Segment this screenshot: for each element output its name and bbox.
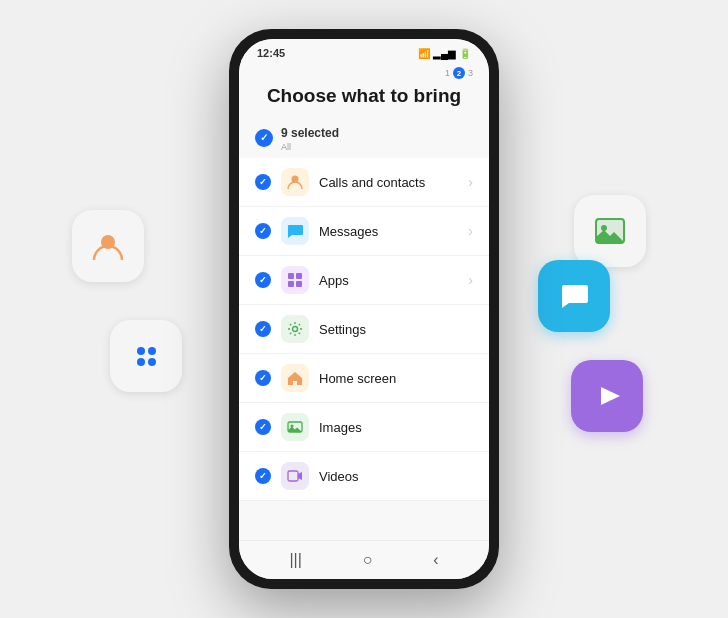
step-active: 2	[453, 67, 465, 79]
list-item-messages[interactable]: Messages ›	[239, 207, 489, 256]
status-bar: 12:45 📶 ▂▄▆ 🔋	[239, 39, 489, 63]
arrow-messages: ›	[468, 223, 473, 239]
message-icon	[281, 217, 309, 245]
list-item-videos[interactable]: Videos	[239, 452, 489, 501]
label-settings: Settings	[319, 322, 473, 337]
float-video-icon	[571, 360, 643, 432]
step-next: 3	[468, 68, 473, 78]
svg-marker-4	[601, 387, 620, 405]
apps-icon	[281, 266, 309, 294]
images-icon	[281, 413, 309, 441]
status-icons: 📶 ▂▄▆ 🔋	[418, 48, 471, 59]
settings-icon	[281, 315, 309, 343]
battery-icon: 🔋	[459, 48, 471, 59]
float-chat-icon	[538, 260, 610, 332]
checkbox-apps[interactable]	[255, 272, 271, 288]
label-calls-contacts: Calls and contacts	[319, 175, 458, 190]
status-time: 12:45	[257, 47, 285, 59]
checkbox-videos[interactable]	[255, 468, 271, 484]
float-image-icon	[574, 195, 646, 267]
all-label: All	[281, 142, 339, 152]
phone-shell: 12:45 📶 ▂▄▆ 🔋 1 2 3 Choose what to bring	[229, 29, 499, 589]
home-icon	[281, 364, 309, 392]
step-indicator: 1 2 3	[239, 63, 489, 79]
checkbox-messages[interactable]	[255, 223, 271, 239]
signal-icon: ▂▄▆	[433, 48, 456, 59]
list-items-container: Calls and contacts › Messages ›	[239, 158, 489, 540]
list-item-settings[interactable]: Settings	[239, 305, 489, 354]
phone-screen: 12:45 📶 ▂▄▆ 🔋 1 2 3 Choose what to bring	[239, 39, 489, 579]
list-item-calls-contacts[interactable]: Calls and contacts ›	[239, 158, 489, 207]
page-title: Choose what to bring	[239, 79, 489, 117]
label-messages: Messages	[319, 224, 458, 239]
svg-rect-9	[288, 471, 298, 481]
wifi-icon: 📶	[418, 48, 430, 59]
nav-menu-button[interactable]: |||	[289, 551, 301, 569]
checkbox-home-screen[interactable]	[255, 370, 271, 386]
float-apps-icon	[110, 320, 182, 392]
nav-back-button[interactable]: ‹	[433, 551, 438, 569]
label-home-screen: Home screen	[319, 371, 473, 386]
selected-count-row[interactable]: 9 selected All	[239, 117, 489, 158]
label-videos: Videos	[319, 469, 473, 484]
select-all-checkbox[interactable]	[255, 129, 273, 147]
checkbox-calls-contacts[interactable]	[255, 174, 271, 190]
float-person-icon	[72, 210, 144, 282]
navigation-bar: ||| ○ ‹	[239, 540, 489, 579]
list-item-images[interactable]: Images	[239, 403, 489, 452]
arrow-apps: ›	[468, 272, 473, 288]
selected-count: 9 selected	[281, 126, 339, 140]
selected-info: 9 selected All	[281, 123, 339, 152]
videos-icon	[281, 462, 309, 490]
person-icon	[281, 168, 309, 196]
checkbox-images[interactable]	[255, 419, 271, 435]
screen-content: 1 2 3 Choose what to bring 9 selected Al…	[239, 63, 489, 540]
list-item-home-screen[interactable]: Home screen	[239, 354, 489, 403]
list-item-apps[interactable]: Apps ›	[239, 256, 489, 305]
label-apps: Apps	[319, 273, 458, 288]
checkbox-settings[interactable]	[255, 321, 271, 337]
svg-point-6	[293, 327, 298, 332]
step-prev: 1	[445, 68, 450, 78]
arrow-calls-contacts: ›	[468, 174, 473, 190]
label-images: Images	[319, 420, 473, 435]
nav-home-button[interactable]: ○	[363, 551, 373, 569]
